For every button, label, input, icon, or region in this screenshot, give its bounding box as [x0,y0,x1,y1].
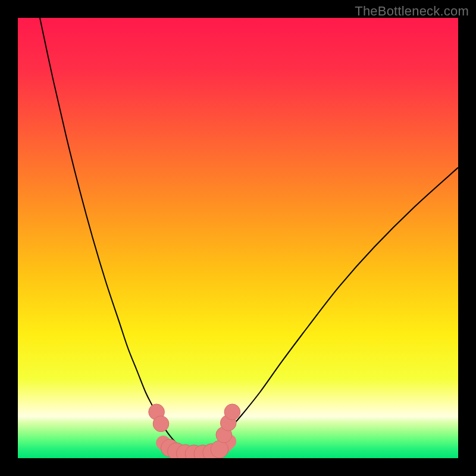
data-marker [153,416,169,432]
chart-svg [18,18,458,458]
outer-frame: TheBottleneck.com [0,0,476,476]
series-group [40,18,458,454]
data-marker [211,440,228,458]
data-marker [224,404,240,420]
plot-area [18,18,458,458]
marker-group [149,404,240,458]
curve-left-curve [40,18,185,449]
watermark-text: TheBottleneck.com [355,4,469,19]
curve-right-curve [212,168,458,450]
